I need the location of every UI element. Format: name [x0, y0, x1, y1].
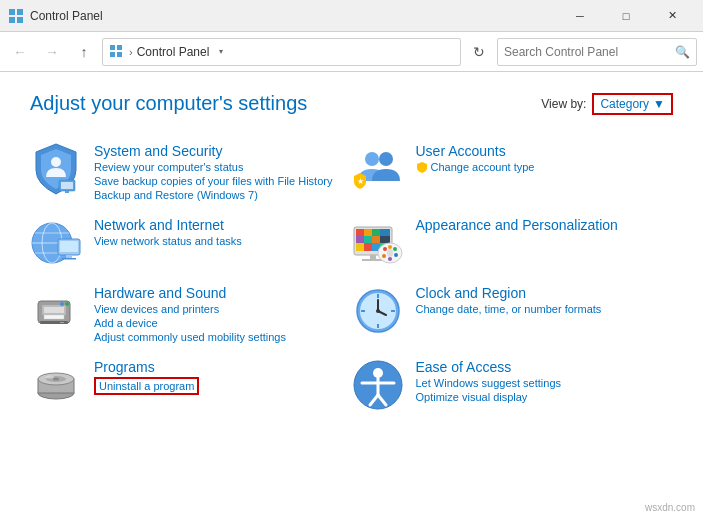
svg-point-12: [365, 152, 379, 166]
address-path[interactable]: › Control Panel ▾: [102, 38, 461, 66]
system-security-link-3[interactable]: Backup and Restore (Windows 7): [94, 189, 332, 201]
svg-rect-4: [110, 45, 115, 50]
svg-point-44: [394, 253, 398, 257]
refresh-button[interactable]: ↻: [465, 38, 493, 66]
ease-title[interactable]: Ease of Access: [416, 359, 562, 375]
svg-rect-11: [65, 191, 69, 193]
ease-text: Ease of Access Let Windows suggest setti…: [416, 359, 562, 403]
svg-point-69: [53, 378, 59, 381]
close-button[interactable]: ✕: [649, 0, 695, 32]
svg-rect-35: [364, 243, 372, 251]
main-content: Adjust your computer's settings View by:…: [0, 72, 703, 439]
path-dropdown[interactable]: ▾: [213, 39, 229, 65]
svg-point-42: [388, 245, 392, 249]
chevron-down-icon: ▼: [653, 97, 665, 111]
hardware-link-2[interactable]: Add a device: [94, 317, 286, 329]
clock-title[interactable]: Clock and Region: [416, 285, 602, 301]
appearance-title[interactable]: Appearance and Personalization: [416, 217, 618, 233]
svg-point-53: [65, 302, 69, 306]
svg-rect-5: [117, 45, 122, 50]
search-input[interactable]: [504, 45, 671, 59]
svg-rect-0: [9, 9, 15, 15]
category-user-accounts: ★ User Accounts Change account type: [352, 135, 674, 209]
ease-link-1[interactable]: Let Windows suggest settings: [416, 377, 562, 389]
category-programs: Programs Uninstall a program: [30, 351, 352, 419]
svg-rect-34: [356, 243, 364, 251]
up-button[interactable]: ↑: [70, 38, 98, 66]
back-button[interactable]: ←: [6, 38, 34, 66]
search-icon[interactable]: 🔍: [675, 45, 690, 59]
hardware-text: Hardware and Sound View devices and prin…: [94, 285, 286, 343]
svg-rect-23: [62, 258, 76, 260]
svg-rect-38: [370, 255, 376, 259]
svg-rect-32: [372, 236, 380, 243]
view-by-label: View by:: [541, 97, 586, 111]
svg-point-64: [376, 309, 380, 313]
clock-icon: [352, 285, 404, 337]
hardware-link-1[interactable]: View devices and printers: [94, 303, 286, 315]
window-controls: ─ □ ✕: [557, 0, 695, 32]
shield-small-icon: [416, 161, 428, 173]
ease-icon: [352, 359, 404, 411]
svg-rect-6: [110, 52, 115, 57]
path-text: Control Panel: [137, 45, 210, 59]
svg-rect-3: [17, 17, 23, 23]
path-icon: [109, 44, 125, 60]
view-by-value: Category: [600, 97, 649, 111]
category-hardware: Hardware and Sound View devices and prin…: [30, 277, 352, 351]
user-accounts-text: User Accounts Change account type: [416, 143, 535, 175]
svg-rect-22: [66, 255, 72, 258]
hardware-title[interactable]: Hardware and Sound: [94, 285, 286, 301]
svg-rect-31: [364, 236, 372, 243]
search-box[interactable]: 🔍: [497, 38, 697, 66]
svg-rect-55: [60, 322, 64, 323]
path-separator: ›: [129, 46, 133, 58]
category-ease: Ease of Access Let Windows suggest setti…: [352, 351, 674, 419]
system-security-title[interactable]: System and Security: [94, 143, 332, 159]
svg-point-46: [382, 254, 386, 258]
clock-text: Clock and Region Change date, time, or n…: [416, 285, 602, 315]
svg-text:★: ★: [356, 177, 363, 186]
programs-uninstall-link[interactable]: Uninstall a program: [94, 377, 199, 395]
svg-rect-2: [9, 17, 15, 23]
categories-grid: System and Security Review your computer…: [30, 135, 673, 419]
hardware-icon: [30, 285, 82, 337]
system-security-link-2[interactable]: Save backup copies of your files with Fi…: [94, 175, 332, 187]
category-appearance: Appearance and Personalization: [352, 209, 674, 277]
svg-rect-33: [380, 236, 390, 243]
network-title[interactable]: Network and Internet: [94, 217, 242, 233]
network-link-1[interactable]: View network status and tasks: [94, 235, 242, 247]
svg-point-8: [51, 157, 61, 167]
programs-title[interactable]: Programs: [94, 359, 199, 375]
user-accounts-title[interactable]: User Accounts: [416, 143, 535, 159]
svg-rect-51: [44, 315, 64, 319]
svg-point-41: [383, 247, 387, 251]
hardware-link-3[interactable]: Adjust commonly used mobility settings: [94, 331, 286, 343]
svg-point-45: [388, 257, 392, 261]
category-system-security: System and Security Review your computer…: [30, 135, 352, 209]
category-network: Network and Internet View network status…: [30, 209, 352, 277]
ease-link-2[interactable]: Optimize visual display: [416, 391, 562, 403]
system-security-link-1[interactable]: Review your computer's status: [94, 161, 332, 173]
minimize-button[interactable]: ─: [557, 0, 603, 32]
svg-point-47: [387, 249, 393, 257]
svg-rect-28: [372, 229, 380, 236]
user-accounts-icon: ★: [352, 143, 404, 195]
svg-rect-1: [17, 9, 23, 15]
view-by-control[interactable]: View by: Category ▼: [541, 93, 673, 115]
svg-rect-7: [117, 52, 122, 57]
category-clock: Clock and Region Change date, time, or n…: [352, 277, 674, 351]
title-bar: Control Panel ─ □ ✕: [0, 0, 703, 32]
svg-rect-50: [44, 307, 64, 313]
programs-icon: [30, 359, 82, 411]
svg-point-43: [393, 247, 397, 251]
forward-button[interactable]: →: [38, 38, 66, 66]
system-security-icon: [30, 143, 82, 195]
user-accounts-link-1[interactable]: Change account type: [416, 161, 535, 175]
page-title: Adjust your computer's settings: [30, 92, 307, 115]
clock-link-1[interactable]: Change date, time, or number formats: [416, 303, 602, 315]
svg-rect-27: [364, 229, 372, 236]
app-icon: [8, 8, 24, 24]
restore-button[interactable]: □: [603, 0, 649, 32]
view-by-dropdown[interactable]: Category ▼: [592, 93, 673, 115]
